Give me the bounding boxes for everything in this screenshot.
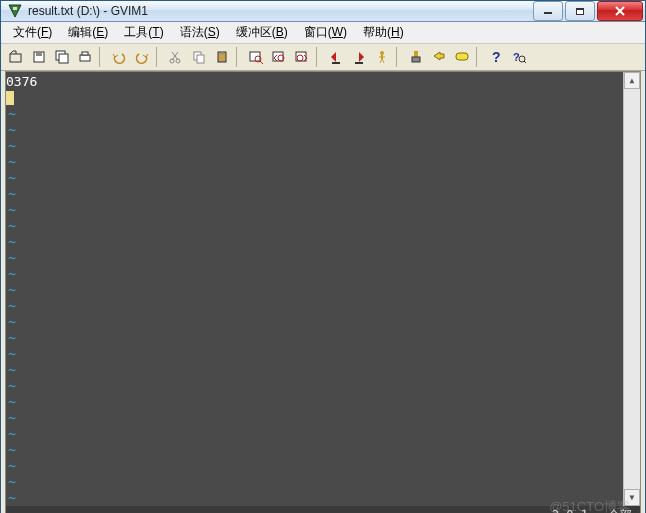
svg-marker-0 bbox=[9, 5, 21, 17]
menu-w[interactable]: 窗口(W) bbox=[296, 22, 355, 43]
tilde-marker: ~ bbox=[6, 426, 20, 442]
svg-line-35 bbox=[382, 59, 384, 63]
menu-b[interactable]: 缓冲区(B) bbox=[228, 22, 296, 43]
app-window: result.txt (D:\) - GVIM1 文件(F)编辑(E)工具(T)… bbox=[0, 0, 646, 513]
shift-left-icon[interactable] bbox=[325, 46, 347, 68]
svg-line-34 bbox=[380, 59, 382, 63]
find-prev-icon[interactable] bbox=[291, 46, 313, 68]
tilde-marker: ~ bbox=[6, 138, 20, 154]
tilde-marker: ~ bbox=[6, 362, 20, 378]
svg-rect-1 bbox=[13, 7, 17, 10]
line-2-cursor bbox=[6, 90, 623, 106]
tilde-marker: ~ bbox=[6, 186, 20, 202]
svg-rect-17 bbox=[197, 55, 204, 63]
tilde-marker: ~ bbox=[6, 170, 20, 186]
svg-rect-11 bbox=[82, 52, 88, 55]
shift-right-icon[interactable] bbox=[348, 46, 370, 68]
menu-h[interactable]: 帮助(H) bbox=[355, 22, 412, 43]
cursor-position: 2,0-1 bbox=[552, 508, 608, 513]
svg-rect-10 bbox=[80, 55, 90, 61]
scroll-track[interactable] bbox=[624, 89, 640, 489]
svg-rect-37 bbox=[412, 57, 420, 62]
copy-icon[interactable] bbox=[188, 46, 210, 68]
menu-s[interactable]: 语法(S) bbox=[172, 22, 228, 43]
tilde-marker: ~ bbox=[6, 218, 20, 234]
svg-line-22 bbox=[260, 61, 263, 64]
redo-icon[interactable] bbox=[131, 46, 153, 68]
text-area[interactable]: 0376 bbox=[20, 72, 623, 506]
tilde-marker: ~ bbox=[6, 122, 20, 138]
open-icon[interactable] bbox=[5, 46, 27, 68]
paste-icon[interactable] bbox=[211, 46, 233, 68]
svg-text:?: ? bbox=[513, 51, 520, 63]
line-1: 0376 bbox=[6, 74, 623, 90]
svg-line-42 bbox=[524, 61, 526, 63]
tilde-marker: ~ bbox=[6, 154, 20, 170]
cursor-icon bbox=[6, 91, 14, 105]
undo-icon[interactable] bbox=[108, 46, 130, 68]
svg-rect-38 bbox=[456, 53, 468, 60]
maximize-button[interactable] bbox=[565, 1, 595, 21]
svg-rect-9 bbox=[59, 54, 68, 63]
svg-point-31 bbox=[380, 51, 384, 55]
save-all-icon[interactable] bbox=[51, 46, 73, 68]
tag-pop-icon[interactable] bbox=[451, 46, 473, 68]
tilde-marker: ~ bbox=[6, 346, 20, 362]
tilde-marker: ~ bbox=[6, 394, 20, 410]
menubar: 文件(F)编辑(E)工具(T)语法(S)缓冲区(B)窗口(W)帮助(H) bbox=[1, 22, 645, 44]
tilde-marker: ~ bbox=[6, 266, 20, 282]
tilde-marker: ~ bbox=[6, 410, 20, 426]
minimize-button[interactable] bbox=[533, 1, 563, 21]
menu-f[interactable]: 文件(F) bbox=[5, 22, 60, 43]
tilde-marker: ~ bbox=[6, 458, 20, 474]
window-title: result.txt (D:\) - GVIM1 bbox=[28, 4, 531, 18]
toolbar: ? ? bbox=[1, 44, 645, 71]
scroll-scope: 全部 bbox=[608, 507, 640, 514]
tilde-marker: ~ bbox=[6, 442, 20, 458]
statusbar: 2,0-1 全部 bbox=[6, 506, 640, 513]
find-icon[interactable] bbox=[245, 46, 267, 68]
tilde-marker: ~ bbox=[6, 202, 20, 218]
search-help-icon[interactable]: ? bbox=[508, 46, 530, 68]
save-icon[interactable] bbox=[28, 46, 50, 68]
svg-rect-7 bbox=[36, 52, 42, 56]
close-button[interactable] bbox=[597, 1, 643, 21]
menu-e[interactable]: 编辑(E) bbox=[60, 22, 116, 43]
tilde-marker: ~ bbox=[6, 234, 20, 250]
make-icon[interactable] bbox=[405, 46, 427, 68]
cut-icon[interactable] bbox=[165, 46, 187, 68]
vertical-scrollbar[interactable]: ▲ ▼ bbox=[623, 72, 640, 506]
tilde-marker: ~ bbox=[6, 330, 20, 346]
jump-icon[interactable] bbox=[371, 46, 393, 68]
tilde-marker: ~ bbox=[6, 378, 20, 394]
tilde-marker: ~ bbox=[6, 106, 20, 122]
tilde-gutter: ~~~~~~~~~~~~~~~~~~~~~~~~~ bbox=[6, 72, 20, 506]
titlebar[interactable]: result.txt (D:\) - GVIM1 bbox=[1, 1, 645, 22]
svg-rect-5 bbox=[10, 54, 21, 62]
tilde-marker: ~ bbox=[6, 474, 20, 490]
tag-push-icon[interactable] bbox=[428, 46, 450, 68]
help-icon[interactable]: ? bbox=[485, 46, 507, 68]
svg-text:?: ? bbox=[492, 49, 501, 65]
svg-marker-29 bbox=[359, 52, 364, 62]
editor-wrap: ~~~~~~~~~~~~~~~~~~~~~~~~~ 0376 ▲ ▼ 2,0-1… bbox=[1, 71, 645, 513]
tilde-marker: ~ bbox=[6, 282, 20, 298]
svg-rect-19 bbox=[220, 51, 224, 54]
tilde-marker: ~ bbox=[6, 314, 20, 330]
tilde-marker: ~ bbox=[6, 298, 20, 314]
menu-t[interactable]: 工具(T) bbox=[116, 22, 171, 43]
scroll-up-icon[interactable]: ▲ bbox=[624, 72, 640, 89]
tilde-marker: ~ bbox=[6, 250, 20, 266]
print-icon[interactable] bbox=[74, 46, 96, 68]
scroll-down-icon[interactable]: ▼ bbox=[624, 489, 640, 506]
editor[interactable]: ~~~~~~~~~~~~~~~~~~~~~~~~~ 0376 ▲ ▼ 2,0-1… bbox=[5, 71, 641, 513]
svg-marker-27 bbox=[331, 52, 336, 62]
tilde-marker: ~ bbox=[6, 490, 20, 506]
find-next-icon[interactable] bbox=[268, 46, 290, 68]
gvim-icon bbox=[7, 3, 23, 19]
window-controls bbox=[531, 1, 643, 21]
